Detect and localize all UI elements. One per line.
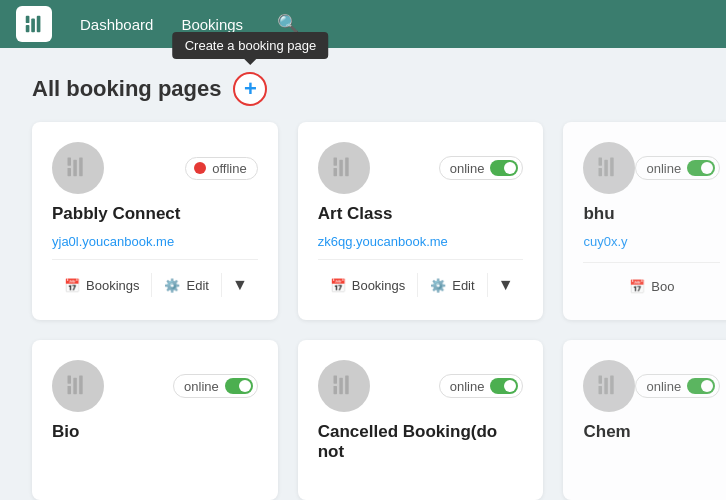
status-badge-online-cancelled: online bbox=[439, 374, 524, 398]
status-badge-offline: offline bbox=[185, 157, 257, 180]
card-top-bhu: online bbox=[583, 142, 720, 194]
card-name-bhu: bhu bbox=[583, 204, 720, 224]
calendar-icon-art: 📅 bbox=[330, 278, 346, 293]
add-btn-wrapper: Create a booking page + bbox=[233, 72, 267, 106]
card-actions-bhu: 📅 Boo bbox=[583, 262, 720, 300]
card-chem: online Chem bbox=[563, 340, 726, 500]
card-avatar bbox=[52, 142, 104, 194]
card-art-class: online Art Class zk6qg.youcanbook.me 📅 B… bbox=[298, 122, 544, 320]
status-badge-online-bhu: online bbox=[635, 156, 720, 180]
edit-label-pabbly: Edit bbox=[186, 278, 208, 293]
nav-logo[interactable] bbox=[16, 6, 52, 42]
card-top-chem: online bbox=[583, 360, 720, 412]
online-toggle-bhu[interactable] bbox=[687, 160, 715, 176]
svg-rect-20 bbox=[333, 376, 337, 384]
svg-rect-21 bbox=[333, 386, 337, 394]
card-avatar-cancelled bbox=[318, 360, 370, 412]
card-avatar-chem bbox=[583, 360, 635, 412]
svg-rect-6 bbox=[73, 160, 77, 176]
bookings-btn-pabbly[interactable]: 📅 Bookings bbox=[52, 272, 151, 299]
status-label-online-bhu: online bbox=[646, 161, 681, 176]
nav-dashboard[interactable]: Dashboard bbox=[68, 10, 165, 39]
bookings-label-art: Bookings bbox=[352, 278, 405, 293]
status-label-online-cancelled: online bbox=[450, 379, 485, 394]
svg-rect-14 bbox=[605, 160, 609, 176]
status-label-online-art: online bbox=[450, 161, 485, 176]
status-badge-online-chem: online bbox=[635, 374, 720, 398]
calendar-icon-bhu: 📅 bbox=[629, 279, 645, 294]
card-avatar-bio bbox=[52, 360, 104, 412]
card-actions-pabbly: 📅 Bookings ⚙️ Edit ▼ bbox=[52, 259, 258, 300]
edit-btn-pabbly[interactable]: ⚙️ Edit bbox=[152, 272, 220, 299]
card-cancelled: online Cancelled Booking(do not bbox=[298, 340, 544, 500]
svg-rect-2 bbox=[31, 19, 35, 33]
card-name-cancelled: Cancelled Booking(do not bbox=[318, 422, 524, 462]
card-name-bio: Bio bbox=[52, 422, 258, 442]
card-actions-art: 📅 Bookings ⚙️ Edit ▼ bbox=[318, 259, 524, 300]
chevron-btn-pabbly[interactable]: ▼ bbox=[222, 270, 258, 300]
card-url-pabbly[interactable]: yja0l.youcanbook.me bbox=[52, 234, 258, 249]
card-name-art: Art Class bbox=[318, 204, 524, 224]
svg-rect-5 bbox=[68, 168, 72, 176]
offline-dot bbox=[194, 162, 206, 174]
status-label-online-bio: online bbox=[184, 379, 219, 394]
svg-rect-24 bbox=[599, 376, 603, 384]
bookings-btn-bhu[interactable]: 📅 Boo bbox=[583, 273, 720, 300]
card-avatar-art bbox=[318, 142, 370, 194]
chevron-btn-art[interactable]: ▼ bbox=[488, 270, 524, 300]
cards-grid: offline Pabbly Connect yja0l.youcanbook.… bbox=[0, 122, 726, 500]
svg-rect-15 bbox=[611, 158, 615, 177]
card-url-art[interactable]: zk6qg.youcanbook.me bbox=[318, 234, 524, 249]
status-badge-online-bio: online bbox=[173, 374, 258, 398]
online-toggle-cancelled[interactable] bbox=[490, 378, 518, 394]
page-title: All booking pages bbox=[32, 76, 221, 102]
svg-rect-10 bbox=[339, 160, 343, 176]
svg-rect-9 bbox=[333, 168, 337, 176]
card-top-art: online bbox=[318, 142, 524, 194]
create-booking-tooltip: Create a booking page bbox=[173, 32, 329, 59]
svg-rect-23 bbox=[345, 376, 349, 395]
svg-rect-8 bbox=[333, 158, 337, 166]
card-name-pabbly: Pabbly Connect bbox=[52, 204, 258, 224]
svg-rect-25 bbox=[599, 386, 603, 394]
navbar: Dashboard Bookings 🔍 bbox=[0, 0, 726, 48]
card-top: offline bbox=[52, 142, 258, 194]
svg-rect-19 bbox=[79, 376, 83, 395]
card-avatar-bhu bbox=[583, 142, 635, 194]
svg-rect-7 bbox=[79, 158, 83, 177]
status-label-offline: offline bbox=[212, 161, 246, 176]
bookings-btn-art[interactable]: 📅 Bookings bbox=[318, 272, 417, 299]
svg-rect-18 bbox=[73, 378, 77, 394]
card-top-bio: online bbox=[52, 360, 258, 412]
bookings-label-pabbly: Bookings bbox=[86, 278, 139, 293]
svg-rect-11 bbox=[345, 158, 349, 177]
gear-icon-pabbly: ⚙️ bbox=[164, 278, 180, 293]
bookings-label-bhu: Boo bbox=[651, 279, 674, 294]
card-bhu: online bhu cuy0x.y 📅 Boo bbox=[563, 122, 726, 320]
svg-rect-26 bbox=[605, 378, 609, 394]
svg-rect-13 bbox=[599, 168, 603, 176]
gear-icon-art: ⚙️ bbox=[430, 278, 446, 293]
card-bio: online Bio bbox=[32, 340, 278, 500]
svg-rect-0 bbox=[26, 16, 30, 23]
svg-rect-17 bbox=[68, 386, 72, 394]
card-name-chem: Chem bbox=[583, 422, 720, 442]
svg-rect-1 bbox=[26, 25, 30, 32]
edit-btn-art[interactable]: ⚙️ Edit bbox=[418, 272, 486, 299]
online-toggle-bio[interactable] bbox=[225, 378, 253, 394]
svg-rect-27 bbox=[611, 376, 615, 395]
card-top-cancelled: online bbox=[318, 360, 524, 412]
edit-label-art: Edit bbox=[452, 278, 474, 293]
create-booking-button[interactable]: + bbox=[233, 72, 267, 106]
svg-rect-22 bbox=[339, 378, 343, 394]
svg-rect-12 bbox=[599, 158, 603, 166]
svg-rect-16 bbox=[68, 376, 72, 384]
status-badge-online-art: online bbox=[439, 156, 524, 180]
online-toggle-art[interactable] bbox=[490, 160, 518, 176]
status-label-online-chem: online bbox=[646, 379, 681, 394]
card-url-bhu[interactable]: cuy0x.y bbox=[583, 234, 720, 249]
svg-rect-3 bbox=[37, 16, 41, 33]
card-pabbly-connect: offline Pabbly Connect yja0l.youcanbook.… bbox=[32, 122, 278, 320]
page-header: All booking pages Create a booking page … bbox=[0, 48, 726, 122]
online-toggle-chem[interactable] bbox=[687, 378, 715, 394]
